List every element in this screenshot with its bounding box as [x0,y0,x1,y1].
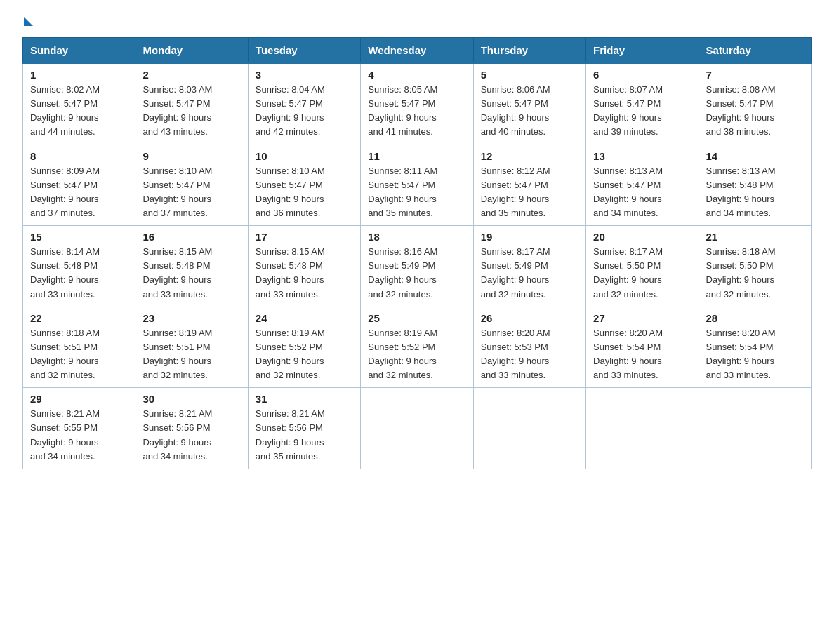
day-cell: 5 Sunrise: 8:06 AMSunset: 5:47 PMDayligh… [473,63,585,145]
day-info: Sunrise: 8:09 AMSunset: 5:47 PMDaylight:… [30,166,100,218]
day-number: 9 [143,150,240,162]
day-cell: 12 Sunrise: 8:12 AMSunset: 5:47 PMDaylig… [473,145,585,226]
day-number: 12 [481,150,578,162]
day-info: Sunrise: 8:13 AMSunset: 5:48 PMDaylight:… [706,166,776,218]
day-info: Sunrise: 8:17 AMSunset: 5:50 PMDaylight:… [593,246,663,299]
day-number: 18 [368,231,465,243]
header-thursday: Thursday [473,38,585,64]
header-sunday: Sunday [23,38,135,64]
day-number: 23 [143,312,240,324]
day-cell: 1 Sunrise: 8:02 AMSunset: 5:47 PMDayligh… [23,63,135,145]
day-number: 3 [256,69,353,81]
day-info: Sunrise: 8:19 AMSunset: 5:51 PMDaylight:… [143,328,212,380]
day-number: 19 [481,231,578,243]
day-info: Sunrise: 8:10 AMSunset: 5:47 PMDaylight:… [143,166,212,218]
day-cell: 13 Sunrise: 8:13 AMSunset: 5:47 PMDaylig… [586,145,699,226]
day-cell: 27 Sunrise: 8:20 AMSunset: 5:54 PMDaylig… [586,307,699,388]
day-number: 30 [143,393,240,405]
day-cell: 25 Sunrise: 8:19 AMSunset: 5:52 PMDaylig… [361,307,473,388]
calendar-table: SundayMondayTuesdayWednesdayThursdayFrid… [22,37,812,469]
header-wednesday: Wednesday [361,38,473,64]
day-cell: 7 Sunrise: 8:08 AMSunset: 5:47 PMDayligh… [699,63,811,145]
day-cell: 16 Sunrise: 8:15 AMSunset: 5:48 PMDaylig… [135,226,248,307]
day-info: Sunrise: 8:14 AMSunset: 5:48 PMDaylight:… [30,246,100,299]
day-info: Sunrise: 8:17 AMSunset: 5:49 PMDaylight:… [481,246,550,299]
day-number: 22 [30,312,128,324]
day-info: Sunrise: 8:05 AMSunset: 5:47 PMDaylight:… [368,84,437,137]
day-cell: 29 Sunrise: 8:21 AMSunset: 5:55 PMDaylig… [23,388,135,469]
day-cell [361,388,473,469]
page-header [22,17,812,25]
day-cell: 15 Sunrise: 8:14 AMSunset: 5:48 PMDaylig… [23,226,135,307]
day-number: 27 [593,312,691,324]
day-number: 21 [706,231,804,243]
day-info: Sunrise: 8:21 AMSunset: 5:55 PMDaylight:… [30,408,100,461]
day-number: 24 [256,312,353,324]
week-row-5: 29 Sunrise: 8:21 AMSunset: 5:55 PMDaylig… [23,388,812,469]
day-number: 10 [256,150,353,162]
header-friday: Friday [586,38,699,64]
day-cell [586,388,699,469]
calendar-body: 1 Sunrise: 8:02 AMSunset: 5:47 PMDayligh… [23,63,812,469]
day-info: Sunrise: 8:18 AMSunset: 5:51 PMDaylight:… [30,328,100,380]
header-saturday: Saturday [699,38,811,64]
day-cell: 19 Sunrise: 8:17 AMSunset: 5:49 PMDaylig… [473,226,585,307]
day-number: 8 [30,150,128,162]
day-number: 31 [256,393,353,405]
day-number: 14 [706,150,804,162]
day-number: 7 [706,69,804,81]
day-cell: 30 Sunrise: 8:21 AMSunset: 5:56 PMDaylig… [135,388,248,469]
header-monday: Monday [135,38,248,64]
day-cell: 24 Sunrise: 8:19 AMSunset: 5:52 PMDaylig… [248,307,360,388]
day-info: Sunrise: 8:21 AMSunset: 5:56 PMDaylight:… [143,408,212,461]
calendar-header: SundayMondayTuesdayWednesdayThursdayFrid… [23,38,812,64]
day-info: Sunrise: 8:06 AMSunset: 5:47 PMDaylight:… [481,84,550,137]
day-cell: 31 Sunrise: 8:21 AMSunset: 5:56 PMDaylig… [248,388,360,469]
day-cell: 20 Sunrise: 8:17 AMSunset: 5:50 PMDaylig… [586,226,699,307]
day-info: Sunrise: 8:21 AMSunset: 5:56 PMDaylight:… [256,408,325,461]
day-cell: 3 Sunrise: 8:04 AMSunset: 5:47 PMDayligh… [248,63,360,145]
day-cell: 14 Sunrise: 8:13 AMSunset: 5:48 PMDaylig… [699,145,811,226]
day-info: Sunrise: 8:15 AMSunset: 5:48 PMDaylight:… [256,246,325,299]
header-tuesday: Tuesday [248,38,360,64]
day-number: 11 [368,150,465,162]
logo [22,17,33,25]
day-number: 16 [143,231,240,243]
day-info: Sunrise: 8:20 AMSunset: 5:53 PMDaylight:… [481,328,550,380]
day-number: 13 [593,150,691,162]
day-cell: 21 Sunrise: 8:18 AMSunset: 5:50 PMDaylig… [699,226,811,307]
day-number: 4 [368,69,465,81]
day-cell: 22 Sunrise: 8:18 AMSunset: 5:51 PMDaylig… [23,307,135,388]
day-number: 6 [593,69,691,81]
day-number: 5 [481,69,578,81]
day-cell: 6 Sunrise: 8:07 AMSunset: 5:47 PMDayligh… [586,63,699,145]
day-number: 2 [143,69,240,81]
day-cell: 10 Sunrise: 8:10 AMSunset: 5:47 PMDaylig… [248,145,360,226]
day-cell: 9 Sunrise: 8:10 AMSunset: 5:47 PMDayligh… [135,145,248,226]
day-cell: 28 Sunrise: 8:20 AMSunset: 5:54 PMDaylig… [699,307,811,388]
day-info: Sunrise: 8:18 AMSunset: 5:50 PMDaylight:… [706,246,776,299]
day-number: 17 [256,231,353,243]
day-number: 29 [30,393,128,405]
day-number: 28 [706,312,804,324]
week-row-2: 8 Sunrise: 8:09 AMSunset: 5:47 PMDayligh… [23,145,812,226]
day-cell: 18 Sunrise: 8:16 AMSunset: 5:49 PMDaylig… [361,226,473,307]
day-info: Sunrise: 8:19 AMSunset: 5:52 PMDaylight:… [368,328,437,380]
day-info: Sunrise: 8:10 AMSunset: 5:47 PMDaylight:… [256,166,325,218]
day-cell: 11 Sunrise: 8:11 AMSunset: 5:47 PMDaylig… [361,145,473,226]
day-number: 25 [368,312,465,324]
week-row-1: 1 Sunrise: 8:02 AMSunset: 5:47 PMDayligh… [23,63,812,145]
day-info: Sunrise: 8:20 AMSunset: 5:54 PMDaylight:… [593,328,663,380]
day-cell: 4 Sunrise: 8:05 AMSunset: 5:47 PMDayligh… [361,63,473,145]
day-cell [473,388,585,469]
day-cell: 8 Sunrise: 8:09 AMSunset: 5:47 PMDayligh… [23,145,135,226]
week-row-4: 22 Sunrise: 8:18 AMSunset: 5:51 PMDaylig… [23,307,812,388]
day-info: Sunrise: 8:16 AMSunset: 5:49 PMDaylight:… [368,246,437,299]
day-cell: 17 Sunrise: 8:15 AMSunset: 5:48 PMDaylig… [248,226,360,307]
day-cell: 2 Sunrise: 8:03 AMSunset: 5:47 PMDayligh… [135,63,248,145]
day-number: 15 [30,231,128,243]
day-info: Sunrise: 8:08 AMSunset: 5:47 PMDaylight:… [706,84,776,137]
day-info: Sunrise: 8:15 AMSunset: 5:48 PMDaylight:… [143,246,212,299]
day-info: Sunrise: 8:20 AMSunset: 5:54 PMDaylight:… [706,328,776,380]
day-cell [699,388,811,469]
